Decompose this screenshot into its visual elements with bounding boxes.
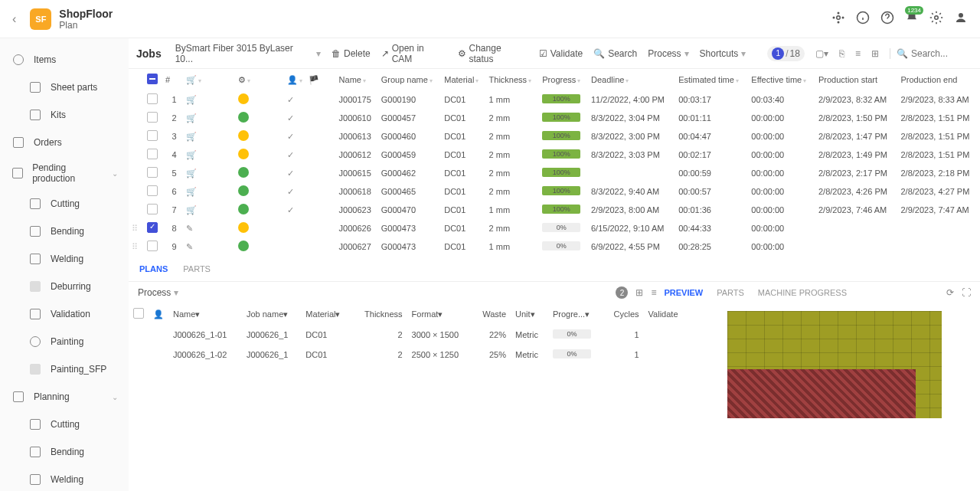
sidebar-item-kits[interactable]: Kits [0, 101, 129, 129]
detail-col-job[interactable]: Job name▾ [242, 303, 301, 325]
drag-handle[interactable]: ⠿ [132, 224, 138, 233]
col-thickness[interactable]: Thickness▾ [486, 69, 540, 90]
col-prodend[interactable]: Production end [897, 69, 980, 90]
machine-select[interactable]: BySmart Fiber 3015 ByLaser 10...▾ [175, 43, 321, 64]
table-row[interactable]: ⠿9✎J000627G000473DC011 mm0%6/9/2022, 4:5… [129, 237, 980, 256]
detail-col-name[interactable]: Name▾ [168, 303, 242, 325]
jobs-table[interactable]: # 🛒▾ ⚙▾ 👤▾ 🏴 Name▾ Group name▾ Material▾… [129, 69, 980, 257]
col-prodstart[interactable]: Production start [815, 69, 897, 90]
refresh-icon[interactable]: ⟳ [946, 287, 954, 298]
export-icon[interactable]: ⎘ [839, 48, 844, 59]
table-row[interactable]: 3🛒✓J000613G000460DC012 mm100%8/3/2022, 3… [129, 127, 980, 146]
sidebar-item-planning[interactable]: Planning⌄ [0, 383, 129, 411]
sidebar-item-validation[interactable]: Validation [0, 300, 129, 328]
col-check[interactable]: 👤▾ [284, 69, 305, 90]
detail-col-icon[interactable]: 👤 [149, 303, 168, 325]
sidebar-item-welding-2[interactable]: Welding [0, 466, 129, 491]
table-row[interactable]: ⠿10✎J000497G000364DC012 mm0%1/10/2023, 4… [129, 256, 980, 257]
detail-col-fmt[interactable]: Format▾ [407, 303, 473, 325]
settings-dots-icon[interactable] [831, 11, 845, 27]
detail-icon-2[interactable]: ≡ [651, 287, 656, 298]
detail-col-cycles[interactable]: Cycles [603, 303, 643, 325]
row-checkbox[interactable] [147, 204, 158, 214]
col-estimated[interactable]: Estimated time▾ [675, 69, 748, 90]
sidebar-item-pending[interactable]: Pending production⌄ [0, 156, 129, 190]
row-checkbox[interactable] [147, 93, 158, 104]
expand-icon[interactable]: ⛶ [962, 287, 971, 298]
col-group[interactable]: Group name▾ [378, 69, 442, 90]
row-checkbox[interactable] [147, 130, 158, 141]
row-checkbox[interactable] [147, 149, 158, 159]
col-status[interactable]: ⚙▾ [235, 69, 253, 90]
sidebar-item-paintingsfp[interactable]: Painting_SFP [0, 355, 129, 383]
table-row[interactable]: 6🛒✓J000618G000465DC012 mm100%8/3/2022, 9… [129, 182, 980, 201]
detail-icon-1[interactable]: ⊞ [635, 287, 643, 298]
col-deadline[interactable]: Deadline▾ [588, 69, 675, 90]
user-icon[interactable] [954, 11, 968, 27]
col-progress[interactable]: Progress▾ [539, 69, 588, 90]
row-checkbox[interactable] [147, 167, 158, 178]
table-row[interactable]: 1🛒✓J000175G000190DC011 mm100%11/2/2022, … [129, 90, 980, 109]
back-icon[interactable]: ‹ [12, 12, 16, 26]
col-material[interactable]: Material▾ [441, 69, 485, 90]
col-effective[interactable]: Effective time▾ [748, 69, 815, 90]
notification-icon[interactable]: 1234 [905, 11, 919, 27]
help-icon[interactable] [880, 11, 894, 27]
delete-button[interactable]: 🗑Delete [332, 48, 371, 59]
row-checkbox[interactable] [147, 241, 158, 251]
grid-icon[interactable]: ⊞ [871, 48, 879, 59]
table-row[interactable]: J000626_1-02J000626_1DC0122500 × 125025%… [129, 345, 689, 365]
detail-col-th[interactable]: Thickness [352, 303, 407, 325]
detail-col-prog[interactable]: Progre...▾ [548, 303, 603, 325]
sidebar-item-items[interactable]: Items [0, 46, 129, 74]
select-all-checkbox[interactable] [147, 74, 158, 84]
process-select[interactable]: Process▾ [648, 48, 688, 59]
col-cart[interactable]: 🛒▾ [183, 69, 204, 90]
table-row[interactable]: ⠿8✎J000626G000473DC012 mm0%6/15/2022, 9:… [129, 219, 980, 237]
tab-machine-progress[interactable]: MACHINE PROGRESS [758, 288, 847, 297]
info-icon[interactable] [856, 11, 870, 27]
search-button[interactable]: 🔍Search [593, 48, 637, 59]
validate-button[interactable]: ☑Validate [539, 48, 583, 59]
sidebar-item-bending-2[interactable]: Bending [0, 438, 129, 466]
search-input[interactable] [911, 48, 972, 59]
sidebar-item-bending[interactable]: Bending [0, 218, 129, 245]
tab-parts[interactable]: PARTS [181, 261, 212, 277]
sidebar-item-sheetparts[interactable]: Sheet parts [0, 74, 129, 101]
sidebar-item-cutting[interactable]: Cutting [0, 190, 129, 218]
add-icon[interactable]: ▢▾ [815, 48, 828, 59]
sidebar-item-orders[interactable]: Orders [0, 129, 129, 156]
detail-col-mat[interactable]: Material▾ [301, 303, 352, 325]
row-checkbox[interactable] [147, 185, 158, 196]
table-row[interactable]: 4🛒✓J000612G000459DC012 mm100%8/3/2022, 3… [129, 146, 980, 164]
shortcuts-select[interactable]: Shortcuts▾ [700, 48, 746, 59]
detail-col-unit[interactable]: Unit▾ [511, 303, 548, 325]
row-checkbox[interactable] [147, 112, 158, 123]
col-flag[interactable]: 🏴 [305, 69, 336, 90]
col-num[interactable]: # [162, 69, 183, 90]
sidebar-item-painting[interactable]: Painting [0, 328, 129, 355]
table-row[interactable]: 7🛒✓J000623G000470DC011 mm100%2/9/2023, 8… [129, 201, 980, 219]
table-row[interactable]: 2🛒✓J000610G000457DC012 mm100%8/3/2022, 3… [129, 109, 980, 127]
detail-col-valid[interactable]: Validate [644, 303, 689, 325]
tab-preview[interactable]: PREVIEW [664, 288, 703, 297]
table-row[interactable]: J000626_1-01J000626_1DC0123000 × 150022%… [129, 325, 689, 345]
row-checkbox[interactable] [147, 222, 158, 233]
open-cam-button[interactable]: ↗Open in CAM [381, 43, 447, 64]
search-box[interactable]: 🔍 [890, 48, 972, 59]
detail-process-select[interactable]: Process▾ [138, 287, 178, 298]
table-row[interactable]: 5🛒✓J000615G000462DC012 mm100%00:00:5900:… [129, 164, 980, 182]
detail-select-all[interactable] [133, 308, 144, 319]
change-status-button[interactable]: ⚙Change status [458, 43, 528, 64]
detail-col-waste[interactable]: Waste [472, 303, 511, 325]
columns-icon[interactable]: ≡ [855, 48, 861, 59]
tab-plans[interactable]: PLANS [138, 261, 169, 277]
col-name[interactable]: Name▾ [336, 69, 378, 90]
sidebar-item-welding[interactable]: Welding [0, 245, 129, 273]
detail-table[interactable]: 👤 Name▾ Job name▾ Material▾ Thickness Fo… [129, 303, 689, 491]
sidebar-item-deburring[interactable]: Deburring [0, 273, 129, 300]
sidebar-item-cutting-2[interactable]: Cutting [0, 411, 129, 438]
gear-icon[interactable] [929, 11, 943, 27]
drag-handle[interactable]: ⠿ [132, 242, 138, 251]
tab-parts-right[interactable]: PARTS [717, 288, 744, 297]
